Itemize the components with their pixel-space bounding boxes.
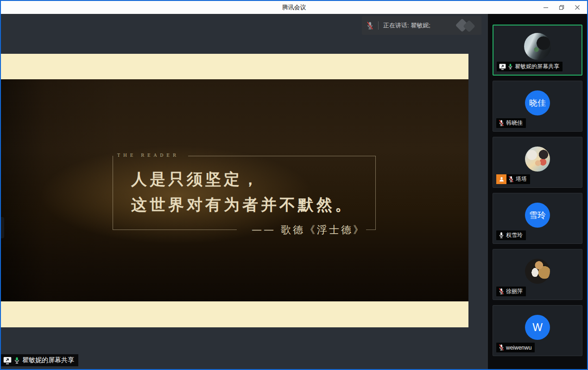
participant-name: 瞿敏妮的屏幕共享 [515,63,559,70]
quote-line-1: 人是只须坚定， [131,169,261,190]
minimize-icon [543,5,549,10]
participant-name-chip: 韩晓佳 [496,118,526,128]
participant-name-chip: 瞿敏妮的屏幕共享 [497,62,563,71]
host-badge-icon [496,174,506,184]
quote-box-border [113,156,113,230]
screen-share-icon [3,357,12,364]
quote-attribution: —— 歌德《浮士德》 [252,223,365,237]
speaking-label: 正在讲话: 瞿敏妮; [383,21,430,30]
participant-name-chip: weiwenwu [496,343,535,352]
slide-bottom-band [1,301,468,327]
quote-box-border [366,230,376,230]
participant-name: 徐丽萍 [506,287,523,295]
panel-collapse-handle[interactable] [1,217,4,238]
restore-icon [559,5,564,10]
participant-tile-tata[interactable]: 塔塔 [493,137,582,188]
close-icon [575,5,580,10]
participant-tile-quminni-share[interactable]: 瞿敏妮的屏幕共享 [493,25,582,76]
quote-box-border [113,230,237,230]
participant-tile-weiwenwu[interactable]: W weiwenwu [493,305,582,356]
mic-on-icon [508,63,513,70]
quote-brand-text: THE READER [117,153,179,158]
window-controls [538,1,585,14]
mic-muted-icon [367,21,373,30]
titlebar: 腾讯会议 [1,1,587,14]
participant-name-chip: 徐丽萍 [496,287,526,296]
quote-box-border [375,156,376,230]
participant-name: 韩晓佳 [506,119,523,127]
minimize-button[interactable] [538,1,554,13]
avatar: W [525,315,550,340]
participant-tile-quanxueling[interactable]: 雪玲 权雪玲 [493,193,582,244]
speaking-indicator-bar: 正在讲话: 瞿敏妮; [362,16,481,35]
restore-button[interactable] [554,1,569,13]
app-window: 腾讯会议 [0,0,588,370]
stage: 正在讲话: 瞿敏妮; THE READER 人是只须坚定， 这世界对有为者并不默… [1,14,488,369]
main-content: 正在讲话: 瞿敏妮; THE READER 人是只须坚定， 这世界对有为者并不默… [1,14,587,369]
participant-name: weiwenwu [506,344,531,351]
participant-tile-xuliping[interactable]: 徐丽萍 [493,249,582,300]
mic-on-icon [499,232,504,239]
participant-name: 权雪玲 [506,231,523,239]
avatar [525,147,550,172]
avatar: 雪玲 [525,203,550,228]
window-title: 腾讯会议 [282,3,306,12]
tencent-meeting-logo-icon [456,19,477,32]
screen-share-label: 瞿敏妮的屏幕共享 [1,354,78,366]
mic-muted-icon [499,288,504,295]
screen-share-label-text: 瞿敏妮的屏幕共享 [22,356,74,364]
participants-sidebar: 瞿敏妮的屏幕共享 晓佳 韩晓佳 [488,14,587,369]
mic-on-icon [14,357,20,364]
shared-screen-video: THE READER 人是只须坚定， 这世界对有为者并不默然。 —— 歌德《浮士… [1,54,468,327]
participant-name-chip: 塔塔 [496,174,530,184]
close-button[interactable] [569,1,585,13]
quote-box-border [188,156,375,156]
participant-tile-hanxiaojia[interactable]: 晓佳 韩晓佳 [493,81,582,132]
participant-name: 塔塔 [516,175,527,183]
screen-share-icon [499,64,506,70]
divider [378,21,379,30]
participant-name-chip: 权雪玲 [496,230,526,240]
quote-line-2: 这世界对有为者并不默然。 [131,194,354,216]
mic-muted-icon [499,120,504,127]
mic-muted-icon [499,344,504,351]
mic-muted-icon [508,176,514,183]
slide-body: THE READER 人是只须坚定， 这世界对有为者并不默然。 —— 歌德《浮士… [1,79,468,301]
avatar [525,259,550,284]
avatar: 晓佳 [525,90,550,115]
slide-top-band [1,54,468,79]
avatar [524,33,551,60]
